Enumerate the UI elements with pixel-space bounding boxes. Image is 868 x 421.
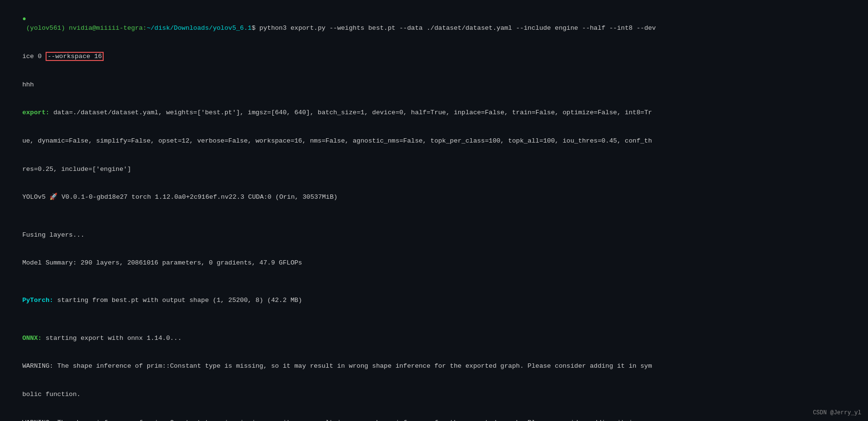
prompt-dot: ●: [22, 15, 26, 23]
terminal: ● (yolov561) nvidia@miiiii-tegra:~/disk/…: [7, 5, 861, 416]
export-line-1: export: data=./dataset/dataset.yaml, wei…: [7, 99, 861, 127]
hhh-line: hhh: [7, 71, 861, 99]
onnx-start-line: ONNX: starting export with onnx 1.14.0..…: [7, 324, 861, 352]
command-line-2: ice 0 --workspace 16: [7, 42, 861, 71]
blank-3: [7, 315, 861, 325]
export-line-3: res=0.25, include=['engine']: [7, 155, 861, 183]
workspace-highlight: --workspace 16: [46, 52, 104, 61]
pytorch-line: PyTorch: starting from best.pt with outp…: [7, 287, 861, 315]
device-arg: ice 0: [22, 53, 46, 60]
watermark: CSDN @Jerry_yl: [813, 409, 861, 417]
yolo-line: YOLOv5 🚀 V0.0.1-0-gbd18e27 torch 1.12.0a…: [7, 183, 861, 212]
prompt-path: ~/disk/Downloads/yolov5_6.1: [147, 24, 252, 32]
warn-line-1a: WARNING: The shape inference of prim::Co…: [7, 352, 861, 381]
blank-1: [7, 211, 861, 221]
command-line-1: ● (yolov561) nvidia@miiiii-tegra:~/disk/…: [7, 5, 861, 42]
command-text: python3 export.py --weights best.pt --da…: [256, 24, 656, 32]
warn-line-2a: WARNING: The shape inference of prim::Co…: [7, 409, 861, 421]
blank-2: [7, 277, 861, 287]
prompt-user: (yolov561) nvidia@miiiii-tegra:: [22, 24, 146, 32]
model-summary-line: Model Summary: 290 layers, 20861016 para…: [7, 249, 861, 277]
export-line-2: ue, dynamic=False, simplify=False, opset…: [7, 127, 861, 155]
prompt-dollar: $: [251, 24, 255, 32]
fusing-line: Fusing layers...: [7, 221, 861, 249]
warn-line-1b: bolic function.: [7, 381, 861, 409]
